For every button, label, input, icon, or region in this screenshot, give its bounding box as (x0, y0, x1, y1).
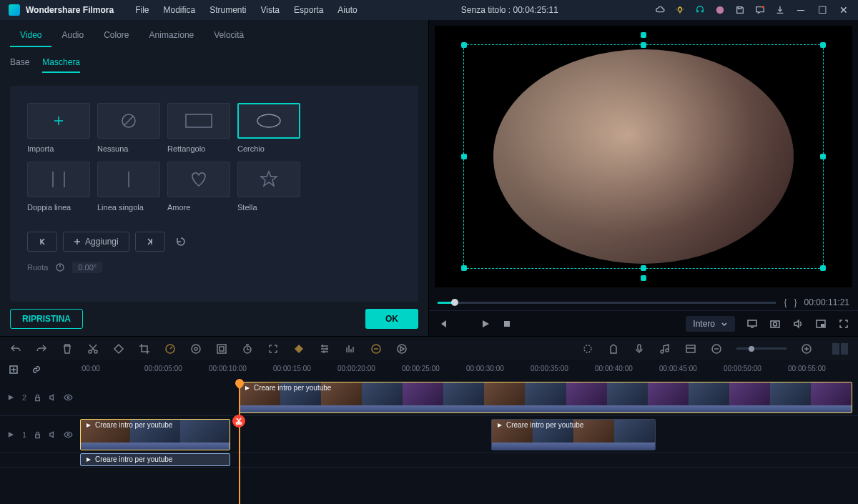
mask-heart[interactable] (167, 162, 230, 197)
track-lock-icon[interactable] (34, 393, 41, 402)
scrub-bar[interactable]: { } 00:00:11:21 (438, 296, 849, 309)
mask-import[interactable] (27, 103, 90, 139)
play-reverse-icon[interactable] (459, 319, 469, 329)
mask-preview-oval[interactable] (493, 49, 794, 264)
track-mute-icon[interactable] (49, 393, 56, 402)
ok-button[interactable]: OK (365, 309, 418, 329)
keyframe-reset-icon[interactable] (175, 236, 187, 247)
clip[interactable]: Creare intro per youtube (239, 382, 852, 413)
speed-icon[interactable] (164, 343, 176, 355)
subtab-base[interactable]: Base (10, 57, 29, 73)
notification-icon[interactable] (755, 5, 765, 15)
duration-icon[interactable] (242, 343, 253, 355)
download-icon[interactable] (775, 5, 785, 15)
snapshot-icon[interactable] (769, 318, 781, 330)
menu-edit[interactable]: Modifica (156, 5, 202, 15)
display-icon[interactable] (746, 318, 758, 330)
audio-sync-icon[interactable] (370, 343, 382, 355)
preview-canvas[interactable] (435, 26, 852, 287)
rotate-value[interactable]: 0.00° (72, 262, 102, 273)
undo-icon[interactable] (10, 343, 21, 355)
mixer-icon[interactable] (685, 343, 696, 355)
window-maximize[interactable]: ☐ (817, 4, 828, 16)
reset-button[interactable]: RIPRISTINA (10, 309, 83, 329)
adjust-icon[interactable] (319, 343, 330, 355)
keyframe-prev-button[interactable] (27, 232, 57, 252)
svg-point-2 (762, 6, 765, 9)
menu-export[interactable]: Esporta (287, 5, 330, 15)
equalizer-icon[interactable] (345, 343, 356, 355)
stop-icon[interactable] (502, 319, 512, 329)
clip-title: Creare intro per youtube (95, 455, 172, 463)
cloud-icon[interactable] (655, 5, 665, 15)
track-row: 2 Creare intro per youtube (0, 379, 858, 416)
clip[interactable]: Creare intro per youtube (80, 453, 230, 466)
cut-icon[interactable] (87, 343, 99, 355)
save-icon[interactable] (735, 5, 745, 15)
tab-color[interactable]: Colore (94, 26, 139, 47)
svg-point-30 (240, 423, 242, 425)
pip-icon[interactable] (815, 318, 827, 330)
svg-rect-25 (686, 345, 695, 352)
render-icon[interactable] (396, 343, 408, 355)
mask-circle[interactable] (237, 103, 300, 139)
idea-icon[interactable] (675, 5, 685, 15)
marker-add-icon[interactable] (582, 343, 593, 355)
track-visibility-icon[interactable] (64, 430, 73, 439)
fullscreen-icon[interactable] (838, 318, 849, 330)
zoom-out-icon[interactable] (711, 343, 722, 355)
keyframe-add-button[interactable]: Aggiungi (63, 232, 129, 252)
cut-marker[interactable] (232, 415, 245, 428)
menu-tools[interactable]: Strumenti (202, 5, 253, 15)
track-row: Creare intro per youtube (0, 453, 858, 468)
thumbnail-toggle[interactable] (832, 343, 848, 355)
track-mute-icon[interactable] (49, 430, 56, 439)
redo-icon[interactable] (36, 343, 47, 355)
account-icon[interactable] (715, 5, 725, 15)
subtab-mask[interactable]: Maschera (42, 57, 80, 73)
greenscreen-icon[interactable] (216, 343, 227, 355)
crop-icon[interactable] (139, 343, 150, 355)
step-back-icon[interactable] (438, 319, 448, 329)
mask-single-line[interactable] (97, 162, 160, 197)
clip[interactable]: Creare intro per youtube (80, 419, 230, 450)
tag-icon[interactable] (113, 343, 124, 355)
menu-help[interactable]: Aiuto (330, 5, 364, 15)
mask-heart-label: Amore (167, 203, 190, 212)
mask-star[interactable] (237, 162, 300, 197)
zoom-in-icon[interactable] (801, 343, 812, 355)
tab-speed[interactable]: Velocità (204, 26, 254, 47)
keyframe-icon[interactable] (293, 343, 305, 355)
menu-file[interactable]: File (128, 5, 156, 15)
brace-left[interactable]: { (784, 297, 787, 307)
mask-none[interactable] (97, 103, 160, 139)
mic-icon[interactable] (633, 343, 645, 355)
marker-icon[interactable] (608, 343, 619, 355)
mask-double-line[interactable] (27, 162, 90, 197)
track-add-icon[interactable] (9, 365, 19, 375)
zoom-slider[interactable] (736, 347, 786, 350)
color-icon[interactable] (190, 343, 202, 355)
brace-right[interactable]: } (794, 297, 797, 307)
timeline-ruler[interactable]: :00:00 00:00:05:00 00:00:10:00 00:00:15:… (0, 360, 858, 379)
headset-icon[interactable] (695, 5, 705, 15)
menu-view[interactable]: Vista (254, 5, 287, 15)
link-icon[interactable] (31, 365, 41, 375)
track-lock-icon[interactable] (34, 430, 41, 439)
keyframe-next-button[interactable] (135, 232, 165, 252)
fit-select[interactable]: Intero (686, 316, 735, 332)
volume-icon[interactable] (792, 318, 804, 330)
mask-rect[interactable] (167, 103, 230, 139)
tab-video[interactable]: Video (10, 26, 51, 47)
window-close[interactable]: ✕ (838, 4, 849, 16)
play-icon[interactable] (480, 319, 490, 329)
music-icon[interactable] (659, 343, 671, 355)
delete-icon[interactable] (61, 343, 73, 355)
tab-animation[interactable]: Animazione (139, 26, 204, 47)
window-minimize[interactable]: ─ (795, 4, 807, 16)
track-visibility-icon[interactable] (64, 393, 73, 402)
playhead[interactable] (239, 379, 240, 504)
tab-audio[interactable]: Audio (51, 26, 94, 47)
detect-icon[interactable] (267, 343, 279, 355)
clip[interactable]: Creare intro per youtube (491, 419, 656, 450)
